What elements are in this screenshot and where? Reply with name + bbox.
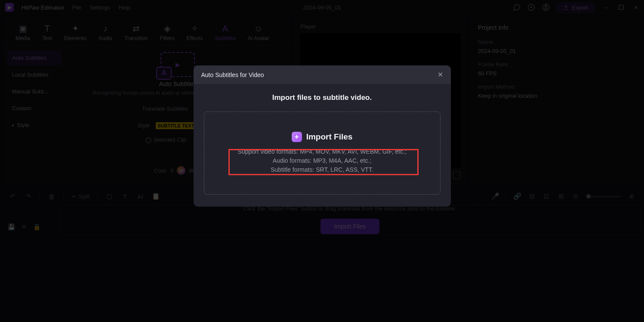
modal-backdrop: Auto Subtitles for Video ✕ Import files … [0, 0, 644, 322]
import-modal: Auto Subtitles for Video ✕ Import files … [194, 65, 451, 207]
modal-close-icon[interactable]: ✕ [438, 71, 443, 79]
modal-title: Auto Subtitles for Video [201, 71, 264, 78]
plus-icon: + [292, 132, 302, 142]
modal-drop-zone[interactable]: + Import Files Support video formats: MP… [204, 111, 441, 195]
modal-heading: Import files to subtitle video. [204, 93, 441, 102]
formats-video: Support video formats: MP4, MOV, MKV, AV… [213, 147, 431, 156]
modal-header: Auto Subtitles for Video ✕ [194, 65, 451, 84]
formats-audio: Audio formats: MP3, M4A, AAC, etc.; [213, 156, 431, 165]
import-files-title: Import Files [306, 132, 353, 142]
formats-subtitle: Subtitle formats: SRT, LRC, ASS, VTT. [213, 165, 431, 174]
